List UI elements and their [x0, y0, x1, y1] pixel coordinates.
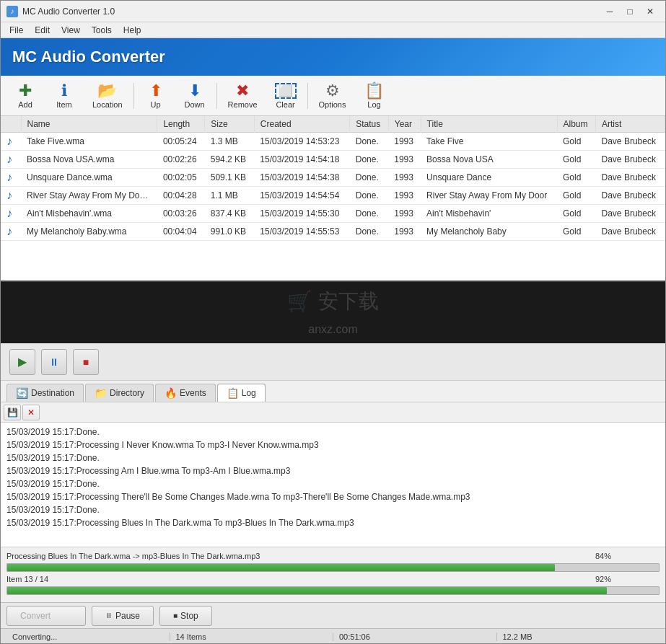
item-progress-pct: 92% [590, 575, 611, 583]
table-row[interactable]: ♪ Unsquare Dance.wma 00:02:05 509.1 KB 1… [1, 169, 665, 187]
row-icon: ♪ [1, 223, 21, 241]
pause-button[interactable]: ⏸ Pause [92, 606, 154, 626]
col-size[interactable]: Size [205, 116, 255, 133]
item-progress-fill [7, 587, 607, 594]
status-bar: Converting... 14 Items 00:51:06 12.2 MB [1, 628, 665, 644]
events-tab-icon: 🔥 [165, 387, 177, 399]
banner-title: MC Audio Converter [12, 48, 165, 66]
row-length: 00:02:05 [157, 169, 205, 187]
file-table-container: Name Length Size Created Status Year Tit… [1, 116, 665, 282]
row-size: 509.1 KB [205, 169, 255, 187]
row-artist: Dave Brubeck [596, 223, 665, 241]
menu-view[interactable]: View [56, 24, 86, 37]
remove-button[interactable]: ✖ Remove [220, 79, 266, 113]
down-button[interactable]: ⬇ Down [176, 79, 214, 113]
add-button[interactable]: ✚ Add [6, 79, 44, 113]
row-created: 15/03/2019 14:54:54 [254, 187, 349, 205]
down-icon: ⬇ [188, 83, 201, 99]
row-created: 15/03/2019 14:55:53 [254, 223, 349, 241]
app-title: MC Audio Converter 1.0 [22, 6, 600, 17]
up-button[interactable]: ⬆ Up [137, 79, 175, 113]
row-length: 00:05:24 [157, 133, 205, 151]
table-row[interactable]: ♪ My Melancholy Baby.wma 00:04:04 991.0 … [1, 223, 665, 241]
file-progress-fill [7, 564, 555, 571]
row-size: 837.4 KB [205, 205, 255, 223]
col-artist[interactable]: Artist [596, 116, 665, 133]
directory-tab-label: Directory [110, 388, 144, 398]
table-row[interactable]: ♪ Take Five.wma 00:05:24 1.3 MB 15/03/20… [1, 133, 665, 151]
row-created: 15/03/2019 14:55:30 [254, 205, 349, 223]
table-row[interactable]: ♪ River Stay Away From My Door.wma 00:04… [1, 187, 665, 205]
row-icon: ♪ [1, 133, 21, 151]
tab-directory[interactable]: 📁 Directory [85, 384, 154, 402]
file-progress-label: Processing Blues In The Dark.wma -> mp3-… [6, 552, 584, 560]
row-album: Gold [557, 205, 596, 223]
tab-destination[interactable]: 🔄 Destination [6, 384, 84, 402]
log-button[interactable]: 📋 Log [355, 79, 393, 113]
menu-help[interactable]: Help [118, 24, 147, 37]
info-icon: ℹ [61, 83, 67, 99]
row-artist: Dave Brubeck [596, 151, 665, 169]
watermark: 🛒 安下载anxz.com [287, 288, 379, 338]
table-row[interactable]: ♪ Ain't Misbehavin'.wma 00:03:26 837.4 K… [1, 205, 665, 223]
log-area: 💾 ✕ 15/03/2019 15:17:Done.15/03/2019 15:… [1, 402, 665, 547]
convert-button[interactable]: Convert [6, 606, 86, 626]
col-year[interactable]: Year [388, 116, 421, 133]
item-label: Item [56, 100, 71, 109]
row-year: 1993 [388, 223, 421, 241]
col-name[interactable]: Name [21, 116, 157, 133]
menu-tools[interactable]: Tools [86, 24, 118, 37]
table-row[interactable]: ♪ Bossa Nova USA.wma 00:02:26 594.2 KB 1… [1, 151, 665, 169]
row-title: River Stay Away From My Door [421, 187, 557, 205]
row-album: Gold [557, 169, 596, 187]
log-tab-label: Log [242, 388, 256, 398]
up-icon: ⬆ [149, 83, 162, 99]
row-artist: Dave Brubeck [596, 133, 665, 151]
table-header-row: Name Length Size Created Status Year Tit… [1, 116, 665, 133]
player-stop-button[interactable]: ■ [73, 349, 99, 375]
destination-tab-icon: 🔄 [16, 387, 28, 399]
row-album: Gold [557, 151, 596, 169]
row-status: Done. [350, 133, 389, 151]
status-size: 12.2 MB [497, 632, 660, 641]
item-button[interactable]: ℹ Item [45, 79, 83, 113]
menu-edit[interactable]: Edit [29, 24, 56, 37]
location-button[interactable]: 📂 Location [84, 79, 131, 113]
folder-icon: 📂 [97, 83, 117, 99]
log-icon: 📋 [364, 83, 384, 99]
row-created: 15/03/2019 14:54:18 [254, 151, 349, 169]
maximize-button[interactable]: □ [621, 4, 639, 19]
tab-events[interactable]: 🔥 Events [155, 384, 216, 402]
col-album[interactable]: Album [557, 116, 596, 133]
close-button[interactable]: ✕ [641, 4, 660, 19]
clear-button[interactable]: ⬜ Clear [267, 79, 304, 113]
file-progress-row: Processing Blues In The Dark.wma -> mp3-… [6, 552, 660, 560]
col-created[interactable]: Created [254, 116, 349, 133]
play-button[interactable]: ▶ [9, 349, 35, 375]
minimize-button[interactable]: ─ [600, 4, 619, 19]
toolbar-sep-3 [307, 83, 308, 109]
row-length: 00:04:04 [157, 223, 205, 241]
app-icon: ♪ [6, 6, 18, 17]
stop-label: Stop [180, 611, 198, 621]
log-clear-button[interactable]: ✕ [22, 405, 40, 420]
log-entry: 15/03/2019 15:17:Done. [6, 425, 660, 438]
clear-label: Clear [276, 100, 294, 109]
pause-label: Pause [115, 611, 140, 621]
row-name: Ain't Misbehavin'.wma [21, 205, 157, 223]
log-save-button[interactable]: 💾 [4, 405, 21, 420]
col-length[interactable]: Length [157, 116, 205, 133]
tab-log[interactable]: 📋 Log [217, 384, 266, 402]
player-pause-button[interactable]: ⏸ [41, 349, 67, 375]
add-label: Add [18, 100, 32, 109]
row-status: Done. [350, 169, 389, 187]
menu-file[interactable]: File [4, 24, 29, 37]
col-status[interactable]: Status [350, 116, 389, 133]
stop-button[interactable]: ■ Stop [159, 606, 212, 626]
row-status: Done. [350, 223, 389, 241]
row-icon: ♪ [1, 187, 21, 205]
col-title[interactable]: Title [421, 116, 557, 133]
remove-icon: ✖ [236, 83, 249, 99]
options-button[interactable]: ⚙ Options [311, 79, 354, 113]
row-name: Take Five.wma [21, 133, 157, 151]
